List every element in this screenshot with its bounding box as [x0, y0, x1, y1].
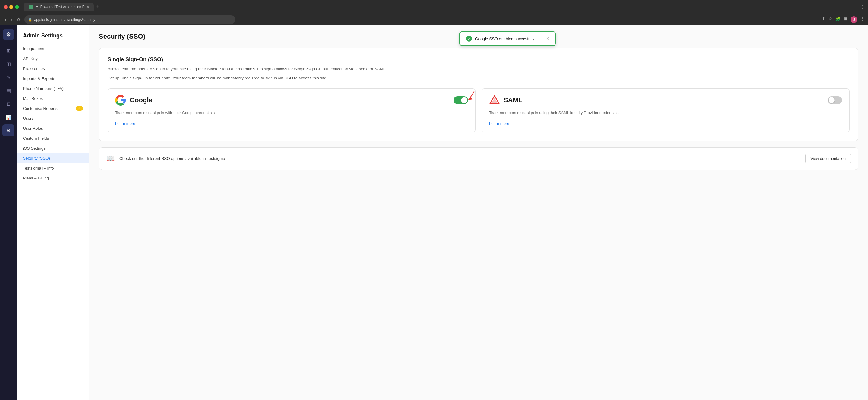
- sso-card-title: Single Sign-On (SSO): [107, 56, 849, 63]
- saml-desc: Team members must sign in using their SA…: [489, 110, 842, 116]
- sidebar-icon-analytics[interactable]: 📊: [2, 111, 14, 123]
- sidebar-icon-dashboard[interactable]: ◫: [2, 58, 14, 70]
- share-icon[interactable]: ⬆: [822, 16, 826, 23]
- sidebar-icon-edit[interactable]: ✎: [2, 71, 14, 83]
- sidebar-item-security-sso[interactable]: Security (SSO): [17, 153, 89, 163]
- sidebar-item-api-keys[interactable]: API Keys: [17, 54, 89, 64]
- customise-reports-badge: ⚡: [76, 106, 83, 111]
- google-provider-card: Google Team me: [107, 88, 475, 133]
- extensions-icon[interactable]: 🧩: [835, 16, 841, 23]
- sso-providers: Google Team me: [107, 88, 849, 133]
- main-content: ✓ Google SSO enabled succesfully × Secur…: [89, 25, 868, 400]
- sidebar-icon-folder[interactable]: ▤: [2, 84, 14, 96]
- doc-card: 📖 Check out the different SSO options av…: [99, 147, 858, 170]
- saml-toggle[interactable]: [828, 96, 842, 104]
- lock-icon: 🔒: [28, 18, 32, 22]
- toast-notification: ✓ Google SSO enabled succesfully ×: [459, 31, 556, 46]
- tab-title: AI Powered Test Automation P: [36, 5, 85, 9]
- sidebar-item-customise-reports[interactable]: Customise Reports ⚡: [17, 104, 89, 113]
- view-documentation-button[interactable]: View documentation: [805, 153, 851, 164]
- minimize-traffic-light[interactable]: [9, 5, 13, 9]
- sidebar-item-custom-fields[interactable]: Custom Fields: [17, 133, 89, 143]
- forward-button[interactable]: ›: [10, 16, 14, 23]
- saml-provider-header: SAML: [489, 95, 842, 106]
- toast-close-button[interactable]: ×: [547, 36, 549, 41]
- saml-name-row: SAML: [489, 95, 522, 106]
- sidebar-item-integrations[interactable]: Integrations: [17, 44, 89, 54]
- sidebar-item-users[interactable]: Users: [17, 113, 89, 123]
- saml-learn-more[interactable]: Learn more: [489, 121, 509, 126]
- toast-check-icon: ✓: [466, 36, 472, 41]
- sso-card-desc: Allows team members to sign in to your s…: [107, 66, 849, 73]
- icon-sidebar: ⚙ ⊞ ◫ ✎ ▤ ⊟ 📊 ⚙: [0, 25, 17, 400]
- sidebar-item-plans-billing[interactable]: Plans & Billing: [17, 173, 89, 183]
- google-logo: [115, 95, 126, 106]
- sidebar-item-preferences[interactable]: Preferences: [17, 64, 89, 74]
- svg-marker-1: [468, 97, 472, 100]
- browser-actions: ⬆ ☆ 🧩 ▣ U ⋮: [822, 16, 864, 23]
- sidebar-item-ios-settings[interactable]: iOS Settings: [17, 143, 89, 153]
- address-bar-row: ‹ › ⟳ 🔒 app.testsigma.com/ui/settings/se…: [0, 14, 868, 25]
- sidebar-item-phone-numbers[interactable]: Phone Numbers (TFA): [17, 84, 89, 93]
- saml-toggle-knob: [829, 97, 835, 103]
- sidebar-icon-settings[interactable]: ⚙: [2, 124, 14, 136]
- sso-card: Single Sign-On (SSO) Allows team members…: [99, 48, 858, 141]
- traffic-lights: [4, 5, 19, 9]
- sidebar-item-user-roles[interactable]: User Roles: [17, 123, 89, 133]
- profile-icon[interactable]: U: [850, 16, 857, 23]
- settings-title: Admin Settings: [17, 30, 89, 44]
- saml-provider-name: SAML: [504, 96, 522, 104]
- doc-card-text: Check out the different SSO options avai…: [119, 156, 801, 161]
- sidebar-icon-grid[interactable]: ⊞: [2, 45, 14, 57]
- address-bar[interactable]: 🔒 app.testsigma.com/ui/settings/security: [24, 16, 236, 24]
- google-provider-name: Google: [130, 96, 153, 104]
- new-tab-button[interactable]: +: [96, 4, 99, 10]
- saml-provider-card: SAML Team members must sign in using the…: [482, 88, 849, 133]
- google-name-row: Google: [115, 95, 153, 106]
- tab-favicon: T: [29, 4, 33, 9]
- url-text: app.testsigma.com/ui/settings/security: [34, 18, 95, 22]
- google-toggle-container: [454, 96, 468, 104]
- close-traffic-light[interactable]: [4, 5, 7, 9]
- saml-logo: [489, 95, 500, 106]
- settings-sidebar: Admin Settings Integrations API Keys Pre…: [17, 25, 89, 400]
- logo-icon: ⚙: [6, 31, 11, 38]
- sso-card-note: Set up Single Sign-On for your site. You…: [107, 75, 849, 81]
- tab-close-button[interactable]: ×: [87, 5, 89, 9]
- sidebar-icon-modules[interactable]: ⊟: [2, 98, 14, 110]
- app-logo: ⚙: [3, 29, 14, 40]
- sidebar-toggle-icon[interactable]: ▣: [844, 16, 847, 23]
- google-provider-header: Google: [115, 95, 468, 106]
- tab-bar: T AI Powered Test Automation P × +: [24, 3, 858, 11]
- sidebar-item-mail-boxes[interactable]: Mail Boxes: [17, 93, 89, 104]
- chrome-menu-icon[interactable]: ⋮: [860, 16, 864, 23]
- fullscreen-traffic-light[interactable]: [15, 5, 19, 9]
- reload-button[interactable]: ⟳: [16, 16, 22, 23]
- bookmark-icon[interactable]: ☆: [829, 16, 832, 23]
- app-container: ⚙ ⊞ ◫ ✎ ▤ ⊟ 📊 ⚙ Admin Settings Integrati…: [0, 25, 868, 400]
- toast-message: Google SSO enabled succesfully: [475, 36, 541, 41]
- browser-menu-icon[interactable]: ⋮: [861, 5, 864, 9]
- browser-chrome: T AI Powered Test Automation P × + ⋮: [0, 0, 868, 14]
- arrow-annotation: [462, 90, 477, 102]
- doc-book-icon: 📖: [106, 154, 115, 162]
- sidebar-item-imports-exports[interactable]: Imports & Exports: [17, 74, 89, 84]
- sidebar-item-testsigma-ip[interactable]: Testsigma IP info: [17, 163, 89, 173]
- google-desc: Team members must sign in with their Goo…: [115, 110, 468, 116]
- active-tab[interactable]: T AI Powered Test Automation P ×: [24, 3, 94, 11]
- back-button[interactable]: ‹: [4, 16, 7, 23]
- google-learn-more[interactable]: Learn more: [115, 121, 135, 126]
